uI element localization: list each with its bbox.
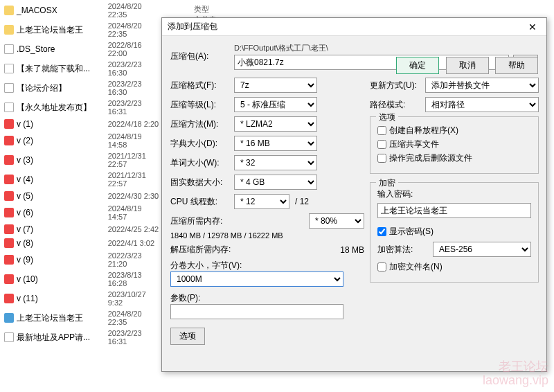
share-label: 压缩共享文件 [389, 139, 439, 149]
pwd-label: 输入密码: [377, 188, 531, 200]
url-icon [4, 191, 14, 201]
img-icon [4, 313, 14, 323]
archive-label: 压缩包(A): [170, 51, 234, 62]
options-group: 选项 创建自释放程序(X) 压缩共享文件 操作完成后删除源文件 [370, 116, 539, 174]
password-input[interactable] [377, 203, 531, 218]
word-select[interactable]: * 32 [234, 155, 317, 170]
format-select[interactable]: 7z [234, 78, 317, 93]
show-password-checkbox[interactable] [377, 227, 386, 236]
sfx-checkbox[interactable] [377, 126, 386, 135]
table-row[interactable]: .DS_Store2022/8/16 22:00 [1, 40, 165, 58]
file-list: _MACOSX2024/8/20 22:35上老王论坛当老王2024/8/20 … [0, 0, 166, 348]
table-row[interactable]: v (3)2021/12/31 22:57 [1, 151, 165, 169]
cancel-button[interactable]: 取消 [446, 57, 489, 74]
dialog-title: 添加到压缩包 [168, 21, 524, 33]
url-icon [4, 274, 14, 284]
threads-label: CPU 线程数: [170, 196, 234, 208]
delete-checkbox[interactable] [377, 154, 386, 163]
ok-button[interactable]: 确定 [396, 57, 439, 74]
enc-names-checkbox[interactable] [377, 262, 386, 271]
table-row[interactable]: v (11)2023/10/27 9:32 [1, 289, 165, 308]
table-row[interactable]: v (6)2024/8/19 14:57 [1, 204, 165, 222]
file-icon [4, 83, 14, 93]
threads-max: / 12 [295, 197, 309, 206]
table-row[interactable]: 上老王论坛当老王2024/8/20 22:35 [1, 21, 165, 39]
table-row[interactable]: v (8)2022/4/1 3:02 [1, 237, 165, 249]
split-label: 分卷大小，字节(V): [170, 260, 364, 271]
mem-pct-select[interactable]: * 80% [309, 213, 364, 229]
table-row[interactable]: v (4)2021/12/31 22:57 [1, 170, 165, 188]
table-row[interactable]: 【来了就能下载和...2023/2/23 16:30 [1, 60, 165, 78]
mem-decompress-value: 18 MB [340, 245, 364, 255]
table-row[interactable]: v (5)2022/4/30 2:30 [1, 190, 165, 202]
mem-compress-value: 1840 MB / 12978 MB / 16222 MB [170, 231, 364, 240]
enc-method-select[interactable]: AES-256 [433, 242, 531, 257]
url-icon [4, 238, 14, 248]
file-icon [4, 44, 14, 54]
mem-compress-label: 压缩所需内存: [170, 215, 234, 227]
titlebar: 添加到压缩包 ✕ [162, 18, 546, 36]
url-icon [4, 294, 14, 303]
solid-select[interactable]: * 4 GB [234, 175, 317, 190]
bg-header-type: 类型 [194, 5, 209, 13]
table-row[interactable]: _MACOSX2024/8/20 22:35 [1, 1, 165, 19]
delete-label: 操作完成后删除源文件 [389, 153, 472, 163]
url-icon [4, 119, 14, 129]
table-row[interactable]: 最新地址及APP请...2023/2/23 16:31 [1, 328, 165, 346]
sfx-label: 创建自释放程序(X) [389, 125, 458, 135]
threads-select[interactable]: * 12 [234, 194, 289, 209]
add-to-archive-dialog: 添加到压缩包 ✕ 压缩包(A): D:\FFOutput\格式工厂\老王\ ..… [161, 17, 547, 372]
url-icon [4, 155, 14, 165]
params-input[interactable] [170, 304, 343, 319]
folder-icon [4, 25, 14, 35]
table-row[interactable]: 【永久地址发布页】2023/2/23 16:31 [1, 98, 165, 116]
url-icon [4, 136, 14, 145]
params-label: 参数(P): [170, 292, 364, 304]
close-icon[interactable]: ✕ [524, 21, 541, 33]
url-icon [4, 208, 14, 217]
path-label: 路径模式: [370, 99, 425, 111]
table-row[interactable]: v (10)2023/8/13 16:28 [1, 270, 165, 288]
path-select[interactable]: 相对路径 [425, 97, 539, 112]
method-label: 压缩方法(M): [170, 118, 234, 130]
mem-decompress-label: 解压缩所需内存: [170, 244, 267, 256]
encrypt-legend: 加密 [376, 177, 398, 189]
method-select[interactable]: * LZMA2 [234, 116, 317, 132]
format-label: 压缩格式(F): [170, 80, 234, 91]
table-row[interactable]: v (7)2022/4/25 2:42 [1, 223, 165, 235]
table-row[interactable]: 【论坛介绍】2023/2/23 16:30 [1, 79, 165, 97]
options-legend: 选项 [376, 112, 398, 123]
share-checkbox[interactable] [377, 140, 386, 149]
file-icon [4, 332, 14, 342]
show-password-label: 显示密码(S) [389, 226, 434, 236]
split-select[interactable]: 1000M [170, 271, 343, 287]
table-row[interactable]: 上老王论坛当老王2024/8/20 22:35 [1, 309, 165, 327]
encrypt-group: 加密 输入密码: 显示密码(S) 加密算法:AES-256 加密文件名(N) [370, 182, 539, 283]
url-icon [4, 224, 14, 234]
file-icon [4, 64, 14, 73]
enc-method-label: 加密算法: [377, 244, 433, 256]
table-row[interactable]: v (2)2024/8/19 14:58 [1, 132, 165, 150]
enc-names-label: 加密文件名(N) [389, 262, 443, 271]
url-icon [4, 255, 14, 265]
folder-icon [4, 6, 14, 15]
table-row[interactable]: v (9)2022/3/23 21:20 [1, 251, 165, 269]
file-icon [4, 103, 14, 112]
options-button[interactable]: 选项 [170, 328, 205, 345]
update-label: 更新方式(U): [370, 80, 425, 91]
word-label: 单词大小(W): [170, 157, 234, 169]
archive-path-prefix: D:\FFOutput\格式工厂\老王\ [234, 43, 538, 53]
dict-select[interactable]: * 16 MB [234, 136, 317, 151]
level-select[interactable]: 5 - 标准压缩 [234, 97, 317, 112]
solid-label: 固实数据大小: [170, 177, 234, 188]
url-icon [4, 175, 14, 184]
level-label: 压缩等级(L): [170, 99, 234, 111]
table-row[interactable]: v (1)2022/4/18 2:20 [1, 118, 165, 130]
dict-label: 字典大小(D): [170, 138, 234, 150]
help-button[interactable]: 帮助 [495, 57, 538, 74]
update-select[interactable]: 添加并替换文件 [425, 78, 539, 93]
